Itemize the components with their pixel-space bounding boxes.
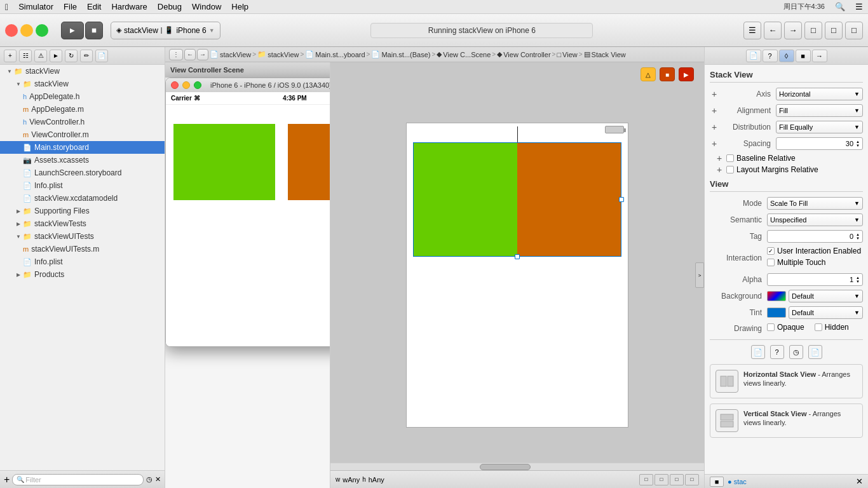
- mode-select[interactable]: Scale To Fill ▼: [767, 197, 863, 210]
- report-btn[interactable]: 📄: [95, 50, 108, 62]
- panel-center-btn[interactable]: □: [825, 22, 843, 39]
- menu-window[interactable]: Window: [192, 2, 221, 11]
- menu-file[interactable]: File: [64, 2, 77, 11]
- search-icon[interactable]: 🔍: [835, 2, 845, 11]
- panel-right-btn[interactable]: □: [845, 22, 863, 39]
- sidebar-item-viewcontroller-h[interactable]: h ViewController.h: [0, 116, 165, 128]
- minimize-button[interactable]: [20, 24, 33, 37]
- tint-swatch[interactable]: [767, 308, 786, 318]
- tag-stepper[interactable]: ▲ ▼: [856, 233, 860, 240]
- inspector-view-mode-btn[interactable]: ■: [710, 477, 724, 487]
- breadcrumb-view-controller[interactable]: ◆ View Controller: [497, 50, 550, 58]
- stack-view-in-device[interactable]: [413, 142, 621, 257]
- sidebar-item-supporting-files[interactable]: ▶ 📁 Supporting Files: [0, 205, 165, 217]
- inspector-tab-attributes[interactable]: ◊: [779, 50, 794, 62]
- breadcrumb-view-controller-scene[interactable]: ◆ View C...Scene: [437, 50, 491, 58]
- axis-select[interactable]: Horizontal ▼: [776, 88, 863, 100]
- breadcrumb-stackview[interactable]: 📄 stackView: [210, 50, 251, 58]
- breadcrumb-base[interactable]: 📄 Main.st...(Base): [371, 50, 430, 58]
- layout-btn-3[interactable]: □: [670, 474, 684, 485]
- semantic-select[interactable]: Unspecified ▼: [767, 214, 863, 226]
- sidebar-item-uitests-m[interactable]: m stackViewUITests.m: [0, 243, 165, 255]
- baseline-checkbox[interactable]: [726, 154, 734, 162]
- distribution-select[interactable]: Fill Equally ▼: [776, 121, 863, 133]
- add-btn[interactable]: +: [4, 474, 10, 485]
- add-file-btn[interactable]: +: [4, 50, 17, 62]
- distribution-plus[interactable]: +: [710, 123, 719, 132]
- spacing-plus[interactable]: +: [710, 139, 719, 148]
- alpha-input[interactable]: 1 ▲ ▼: [767, 273, 863, 286]
- search-field[interactable]: 🔍 Filter: [12, 474, 144, 485]
- background-swatch[interactable]: [767, 291, 786, 301]
- tag-input[interactable]: 0 ▲ ▼: [767, 230, 863, 243]
- lib-icon-4[interactable]: 📄: [808, 345, 822, 359]
- resize-handle-right[interactable]: [619, 197, 624, 202]
- breakpoint-btn[interactable]: ✏: [80, 50, 93, 62]
- sidebar-item-stackviewtests[interactable]: ▶ 📁 stackViewTests: [0, 217, 165, 230]
- inspector-tab-size[interactable]: ■: [796, 50, 811, 62]
- grid-view-btn[interactable]: ⋮: [169, 49, 183, 60]
- axis-plus[interactable]: +: [710, 90, 719, 98]
- panel-left-btn[interactable]: □: [804, 22, 822, 39]
- breadcrumb-view[interactable]: □ View: [557, 51, 577, 58]
- breadcrumb-stackview2[interactable]: 📁 stackView: [257, 50, 299, 58]
- sidebar-item-appdelegate-m[interactable]: m AppDelegate.m: [0, 103, 165, 116]
- stop-button[interactable]: ■: [85, 22, 103, 39]
- sidebar-item-uitests-plist[interactable]: 📄 Info.plist: [0, 255, 165, 268]
- sidebar-item-appdelegate-h[interactable]: h AppDelegate.h: [0, 90, 165, 103]
- canvas-icon-darkred[interactable]: ▶: [679, 67, 694, 81]
- spacing-stepper[interactable]: ▲ ▼: [856, 140, 860, 147]
- alignment-select[interactable]: Fill ▼: [776, 104, 863, 117]
- breadcrumb-stack-view[interactable]: ▤ Stack View: [584, 50, 626, 58]
- layout-margins-checkbox[interactable]: [726, 166, 734, 173]
- canvas-icon-yellow[interactable]: △: [641, 67, 656, 81]
- issues-btn[interactable]: ⚠: [34, 50, 47, 62]
- forward-btn[interactable]: →: [784, 22, 802, 39]
- hidden-checkbox[interactable]: [815, 323, 822, 331]
- history-btn[interactable]: ↻: [65, 50, 78, 62]
- menu-edit[interactable]: Edit: [87, 2, 101, 11]
- layout-btn-4[interactable]: □: [685, 474, 699, 485]
- lib-icon-3[interactable]: ◷: [789, 345, 803, 359]
- inspector-tab-quick[interactable]: ?: [763, 50, 778, 62]
- tint-select[interactable]: Default ▼: [789, 306, 863, 319]
- scrollbar-h[interactable]: [330, 463, 704, 470]
- opaque-checkbox[interactable]: [767, 323, 775, 331]
- sidebar-item-stackview-root[interactable]: ▼ 📁 stackView: [0, 65, 165, 78]
- sim-close-btn[interactable]: [171, 81, 179, 89]
- sidebar-item-viewcontroller-m[interactable]: m ViewController.m: [0, 128, 165, 141]
- layout-btn-2[interactable]: □: [654, 474, 668, 485]
- baseline-plus[interactable]: +: [715, 154, 724, 163]
- apple-menu[interactable]: : [5, 2, 8, 12]
- user-interaction-checkbox[interactable]: [767, 247, 775, 255]
- menu-debug[interactable]: Debug: [158, 2, 182, 11]
- sidebar-item-stackviewuitests[interactable]: ▼ 📁 stackViewUITests: [0, 230, 165, 243]
- close-search-icon[interactable]: ✕: [155, 475, 161, 484]
- layout-btn-1[interactable]: □: [639, 474, 653, 485]
- maximize-button[interactable]: [36, 24, 48, 37]
- close-button[interactable]: [5, 24, 18, 37]
- sidebar-item-datamodel[interactable]: 📄 stackView.xcdatamodeld: [0, 192, 165, 205]
- test-btn[interactable]: ►: [50, 50, 62, 62]
- sidebar-item-products[interactable]: ▶ 📁 Products: [0, 268, 165, 281]
- sidebar-item-stackview-group[interactable]: ▼ 📁 stackView: [0, 78, 165, 90]
- sim-max-btn[interactable]: [194, 81, 201, 89]
- alpha-stepper[interactable]: ▲ ▼: [856, 276, 860, 283]
- canvas-icon-red[interactable]: ■: [660, 67, 675, 81]
- inspector-close-btn[interactable]: ✕: [856, 477, 863, 486]
- inspector-tab-file[interactable]: 📄: [746, 50, 761, 62]
- sidebar-item-info-plist[interactable]: 📄 Info.plist: [0, 179, 165, 192]
- filter-btn[interactable]: ☷: [19, 50, 32, 62]
- breadcrumb-main-storyboard[interactable]: 📄 Main.st...yboard: [305, 50, 365, 58]
- menu-hardware[interactable]: Hardware: [111, 2, 147, 11]
- navigator-toggle[interactable]: ☰: [743, 22, 761, 39]
- green-subview[interactable]: [414, 143, 517, 256]
- menu-help[interactable]: Help: [231, 2, 248, 11]
- lib-icon-1[interactable]: 📄: [751, 345, 765, 359]
- back-btn[interactable]: ←: [764, 22, 782, 39]
- sim-min-btn[interactable]: [182, 81, 190, 89]
- spacing-input[interactable]: 30 ▲ ▼: [776, 137, 863, 150]
- collapse-handle[interactable]: >: [695, 262, 704, 288]
- menu-simulator[interactable]: Simulator: [18, 2, 53, 11]
- clock-icon[interactable]: ◷: [146, 475, 153, 484]
